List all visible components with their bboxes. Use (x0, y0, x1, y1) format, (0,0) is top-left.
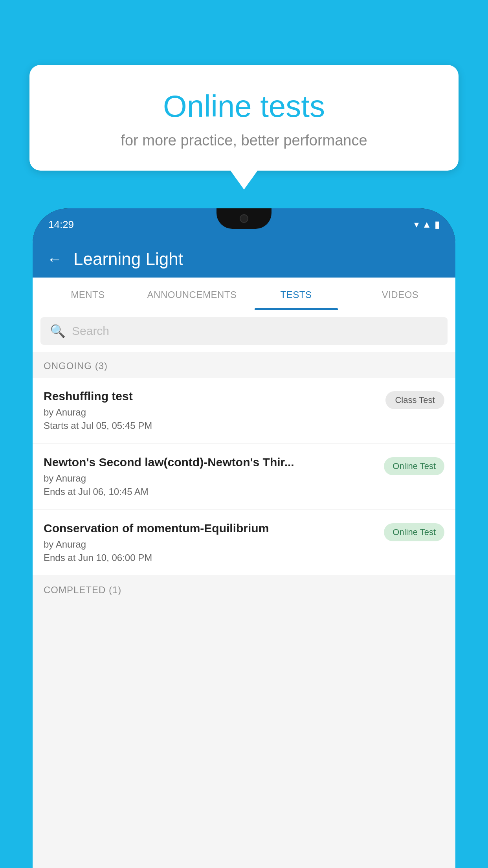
app-header: ← Learning Light (33, 241, 455, 278)
status-icons: ▾ ▲ ▮ (414, 219, 440, 230)
completed-section-header: COMPLETED (1) (33, 576, 455, 602)
test-author: by Anurag (44, 473, 378, 484)
test-item[interactable]: Newton's Second law(contd)-Newton's Thir… (33, 444, 455, 509)
phone-frame: 14:29 ▾ ▲ ▮ ← Learning Light MENTS ANNOU… (33, 208, 455, 868)
test-badge: Online Test (384, 457, 444, 475)
test-date: Ends at Jul 06, 10:45 AM (44, 486, 378, 497)
camera (240, 214, 248, 223)
bubble-title: Online tests (45, 88, 443, 124)
test-name: Conservation of momentum-Equilibrium (44, 522, 378, 535)
tab-videos[interactable]: VIDEOS (348, 278, 452, 310)
test-item[interactable]: Reshuffling test by Anurag Starts at Jul… (33, 378, 455, 443)
tab-tests[interactable]: TESTS (244, 278, 348, 310)
search-icon: 🔍 (50, 324, 66, 338)
test-badge: Class Test (385, 391, 444, 409)
phone-inner: ← Learning Light MENTS ANNOUNCEMENTS TES… (33, 241, 455, 868)
promo-bubble: Online tests for more practice, better p… (29, 65, 459, 171)
test-badge: Online Test (384, 523, 444, 541)
tab-ments[interactable]: MENTS (36, 278, 140, 310)
test-date: Starts at Jul 05, 05:45 PM (44, 420, 379, 431)
test-author: by Anurag (44, 539, 378, 550)
test-info: Newton's Second law(contd)-Newton's Thir… (44, 456, 378, 497)
back-button[interactable]: ← (47, 251, 62, 267)
signal-icon: ▲ (422, 219, 431, 230)
phone-notch (216, 208, 272, 229)
test-name: Newton's Second law(contd)-Newton's Thir… (44, 456, 378, 469)
tabs-bar: MENTS ANNOUNCEMENTS TESTS VIDEOS (33, 278, 455, 310)
wifi-icon: ▾ (414, 219, 419, 230)
test-author: by Anurag (44, 407, 379, 418)
test-info: Reshuffling test by Anurag Starts at Jul… (44, 390, 379, 431)
status-time: 14:29 (48, 219, 74, 231)
battery-icon: ▮ (435, 219, 440, 230)
search-input[interactable]: Search (72, 324, 109, 338)
status-bar: 14:29 ▾ ▲ ▮ (33, 208, 455, 241)
search-container: 🔍 Search (33, 310, 455, 352)
tab-announcements[interactable]: ANNOUNCEMENTS (140, 278, 244, 310)
app-title: Learning Light (73, 249, 183, 269)
test-date: Ends at Jun 10, 06:00 PM (44, 552, 378, 563)
test-item[interactable]: Conservation of momentum-Equilibrium by … (33, 510, 455, 575)
test-name: Reshuffling test (44, 390, 379, 403)
search-bar[interactable]: 🔍 Search (40, 317, 448, 345)
test-info: Conservation of momentum-Equilibrium by … (44, 522, 378, 563)
bubble-subtitle: for more practice, better performance (45, 132, 443, 149)
ongoing-section-header: ONGOING (3) (33, 352, 455, 378)
